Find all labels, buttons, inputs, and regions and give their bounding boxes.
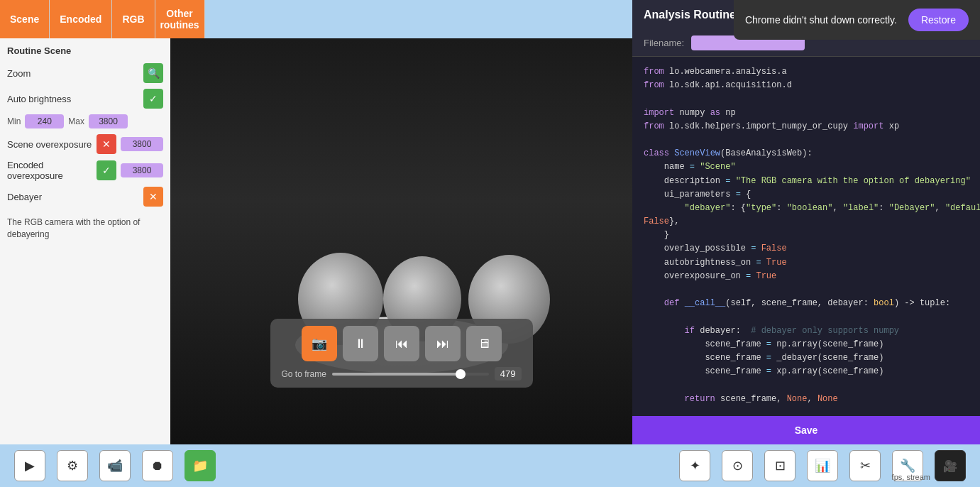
frame-slider[interactable] bbox=[332, 373, 489, 376]
restore-button[interactable]: Restore bbox=[908, 9, 969, 31]
frame-number: 479 bbox=[495, 367, 522, 381]
code-editor[interactable]: from lo.webcamera.analysis.a from lo.sdk… bbox=[632, 57, 980, 444]
debayer-label: Debayer bbox=[7, 192, 139, 202]
lens-button[interactable]: ⊙ bbox=[722, 450, 753, 481]
frame-row: Go to frame 479 bbox=[282, 367, 522, 381]
frame-slider-fill bbox=[332, 373, 466, 376]
description-text: The RGB camera with the option of debaye… bbox=[7, 217, 163, 241]
right-panel: Chrome didn't shut down correctly. Resto… bbox=[632, 0, 980, 444]
encoded-overexposure-input[interactable] bbox=[121, 163, 163, 177]
bottom-toolbar: ▶ ⚙ 📹 ⏺ 📁 ✦ ⊙ ⊡ 📊 ✂ 🔧 🎥 fps, stream bbox=[0, 444, 980, 487]
rewind-button[interactable]: ⏮ bbox=[384, 326, 419, 361]
code-line-20: if debayer: # debayer only supports nump… bbox=[644, 324, 969, 338]
folder-button[interactable]: 📁 bbox=[185, 450, 216, 481]
go-to-frame-label: Go to frame bbox=[282, 369, 326, 379]
record-button[interactable]: ⏺ bbox=[142, 450, 173, 481]
code-line-16: overexposure_on = True bbox=[644, 270, 969, 283]
code-line-13: } bbox=[644, 229, 969, 242]
scene-overexposure-toggle[interactable]: ✕ bbox=[97, 134, 116, 154]
scene-overexposure-row: Scene overexposure ✕ bbox=[7, 134, 163, 154]
encoded-overexposure-label: Encoded overexposure bbox=[7, 160, 92, 181]
code-line-15: autobrightness_on = True bbox=[644, 256, 969, 270]
camera-button[interactable]: 📷 bbox=[302, 326, 337, 361]
auto-brightness-label: Auto brightness bbox=[7, 94, 143, 104]
fps-text: fps, stream bbox=[892, 473, 930, 481]
debayer-row: Debayer ✕ bbox=[7, 187, 163, 207]
code-line-23: scene_frame = xp.array(scene_frame) bbox=[644, 365, 969, 378]
code-line-blank-4 bbox=[644, 310, 969, 324]
tab-scene[interactable]: Scene bbox=[0, 0, 50, 38]
left-sidebar: Routine Scene Zoom 🔍 Auto brightness ✓ M… bbox=[0, 38, 170, 444]
min-label: Min bbox=[7, 116, 21, 126]
dark-camera-button[interactable]: 🎥 bbox=[935, 450, 966, 481]
code-line-22: scene_frame = _debayer(scene_frame) bbox=[644, 351, 969, 365]
scene-overexposure-label: Scene overexposure bbox=[7, 139, 92, 150]
code-line-blank-2 bbox=[644, 133, 969, 147]
max-input[interactable] bbox=[89, 114, 128, 128]
calibrate-button[interactable]: ✦ bbox=[679, 450, 710, 481]
forward-button[interactable]: ⏭ bbox=[425, 326, 461, 361]
code-line-5: from lo.sdk.helpers.import_numpy_or_cupy… bbox=[644, 120, 969, 133]
code-line-12: False}, bbox=[644, 215, 969, 229]
tool-button[interactable]: ✂ bbox=[849, 450, 881, 481]
code-line-11: "debayer": {"type": "boolean", "label": … bbox=[644, 202, 969, 215]
screenshot-button[interactable]: 🖥 bbox=[466, 326, 502, 361]
code-line-21: scene_frame = np.array(scene_frame) bbox=[644, 338, 969, 351]
code-line-8: name = "Scene" bbox=[644, 160, 969, 174]
video-button[interactable]: 📹 bbox=[99, 450, 131, 481]
scene-overexposure-input[interactable] bbox=[121, 137, 163, 151]
code-line-7: class SceneView(BaseAnalysisWeb): bbox=[644, 147, 969, 160]
chrome-notification-text: Chrome didn't shut down correctly. bbox=[745, 14, 897, 26]
tab-rgb[interactable]: RGB bbox=[112, 0, 155, 38]
play-button[interactable]: ▶ bbox=[14, 450, 45, 481]
debayer-toggle[interactable]: ✕ bbox=[143, 187, 163, 207]
auto-brightness-row: Auto brightness ✓ bbox=[7, 89, 163, 109]
settings-button[interactable]: ⚙ bbox=[57, 450, 88, 481]
video-buttons: 📷 ⏸ ⏮ ⏭ 🖥 bbox=[302, 326, 502, 361]
zoom-row: Zoom 🔍 bbox=[7, 63, 163, 83]
encoded-overexposure-toggle[interactable]: ✓ bbox=[97, 160, 116, 180]
zoom-search-button[interactable]: 🔍 bbox=[143, 63, 163, 83]
top-tabs: Scene Encoded RGB Other routines bbox=[0, 0, 205, 38]
video-controls: 📷 ⏸ ⏮ ⏭ 🖥 Go to frame 479 bbox=[270, 319, 533, 388]
code-line-25: return scene_frame, None, None bbox=[644, 393, 969, 406]
code-line-blank-3 bbox=[644, 283, 969, 297]
tab-encoded[interactable]: Encoded bbox=[50, 0, 112, 38]
crop-button[interactable]: ⊡ bbox=[764, 450, 795, 481]
code-line-10: ui_parameters = { bbox=[644, 188, 969, 202]
main-image-area: 📷 ⏸ ⏮ ⏭ 🖥 Go to frame 479 bbox=[170, 38, 632, 444]
chrome-notification: Chrome didn't shut down correctly. Resto… bbox=[734, 0, 980, 40]
toolbar-left: ▶ ⚙ 📹 ⏺ 📁 bbox=[14, 450, 216, 481]
min-max-row: Min Max bbox=[7, 114, 163, 128]
pause-button[interactable]: ⏸ bbox=[343, 326, 378, 361]
code-line-blank-5 bbox=[644, 378, 969, 392]
filename-label: Filename: bbox=[644, 38, 684, 48]
auto-brightness-toggle[interactable]: ✓ bbox=[143, 89, 163, 109]
code-line-4: import numpy as np bbox=[644, 106, 969, 120]
save-label: Save bbox=[795, 425, 818, 436]
code-line-14: overlay_possible = False bbox=[644, 242, 969, 256]
code-line-9: description = "The RGB camera with the o… bbox=[644, 175, 969, 188]
min-input[interactable] bbox=[25, 114, 64, 128]
routine-label: Routine Scene bbox=[7, 45, 163, 56]
max-label: Max bbox=[68, 116, 84, 126]
encoded-overexposure-row: Encoded overexposure ✓ bbox=[7, 160, 163, 181]
chart-button[interactable]: 📊 bbox=[807, 450, 838, 481]
code-line-2: from lo.sdk.api.acquisition.d bbox=[644, 79, 969, 92]
code-line-18: def __call__(self, scene_frame, debayer:… bbox=[644, 297, 969, 310]
save-bar[interactable]: Save bbox=[632, 416, 980, 444]
code-line-1: from lo.webcamera.analysis.a bbox=[644, 65, 969, 79]
code-line-blank-1 bbox=[644, 92, 969, 106]
frame-slider-thumb bbox=[456, 369, 466, 379]
tab-other-routines[interactable]: Other routines bbox=[155, 0, 205, 38]
zoom-label: Zoom bbox=[7, 68, 143, 79]
